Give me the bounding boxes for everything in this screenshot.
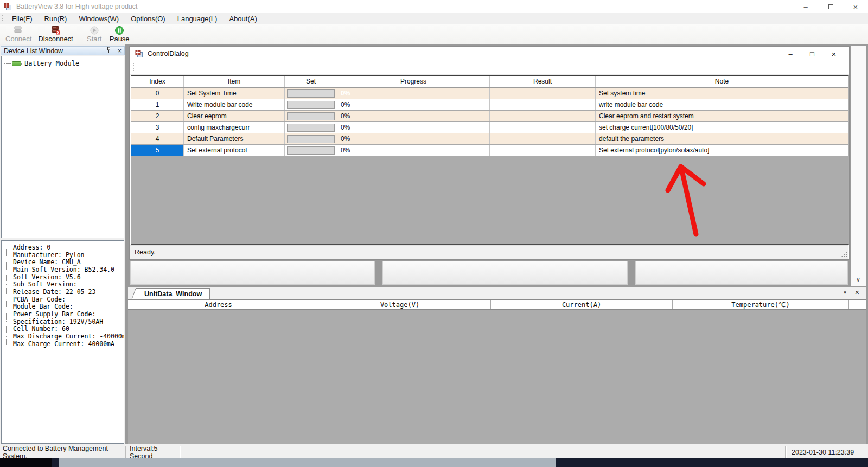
cell-item[interactable]: Set System Time	[184, 88, 285, 99]
menu-item[interactable]: Options(O)	[125, 14, 171, 24]
set-input-box[interactable]	[287, 135, 335, 143]
cell-item[interactable]: Set external protocol	[184, 145, 285, 156]
control-table: Index Item Set Progress Result Note	[131, 75, 849, 245]
taskbar-left-segment	[0, 458, 52, 467]
column-header[interactable]: Item	[184, 76, 285, 87]
table-row: 0 Set System Time 0% Set system time	[131, 88, 848, 99]
cell-result[interactable]	[490, 122, 596, 133]
cell-note[interactable]: default the parameters	[596, 133, 848, 144]
cell-progress[interactable]: 0%	[337, 122, 490, 133]
cell-index[interactable]: 0	[131, 88, 184, 99]
menu-item[interactable]: File(F)	[6, 14, 39, 24]
dropdown-icon[interactable]: ▾	[844, 290, 846, 295]
start-button[interactable]: Start	[82, 25, 106, 43]
cell-note[interactable]: Set system time	[596, 88, 848, 99]
device-info-text: Address: 0	[13, 244, 50, 251]
column-header[interactable]: Note	[596, 76, 848, 87]
column-header[interactable]: Progress	[337, 76, 490, 87]
cell-set[interactable]	[285, 88, 337, 99]
device-list-close-icon[interactable]: ×	[117, 48, 122, 54]
device-info-item: PCBA Bar Code:	[2, 296, 124, 303]
control-table-header: Index Item Set Progress Result Note	[131, 76, 848, 88]
device-info-item: Cell Number: 60	[2, 325, 124, 333]
unitdata-close-icon[interactable]: ×	[855, 289, 859, 296]
pin-icon[interactable]	[106, 47, 112, 55]
device-info-text: Max Charge Current: 40000mA	[13, 340, 114, 348]
tree-connector	[6, 299, 11, 299]
timestamp-text: 2023-01-30 11:23:39	[792, 449, 854, 456]
column-header[interactable]: Index	[131, 76, 184, 87]
pause-button[interactable]: Pause	[106, 25, 133, 43]
cell-set[interactable]	[285, 145, 337, 156]
toolstrip-grip	[133, 63, 134, 72]
cell-note[interactable]: Clear eeprom and restart system	[596, 111, 848, 121]
cell-progress[interactable]: 0%	[337, 88, 490, 99]
menu-item[interactable]: About(A)	[223, 14, 263, 24]
set-input-box[interactable]	[287, 112, 335, 120]
cell-result[interactable]	[490, 133, 596, 144]
minimize-button[interactable]: –	[793, 0, 818, 13]
column-header[interactable]: Result	[490, 76, 596, 87]
column-header[interactable]: Voltage(V)	[309, 300, 491, 309]
menu-item[interactable]: Language(L)	[171, 14, 224, 24]
set-input-box[interactable]	[287, 89, 335, 98]
cell-item[interactable]: Write module bar code	[184, 99, 285, 110]
device-info-text: Soft Version: V5.6	[13, 273, 81, 281]
tree-item-battery-module[interactable]: Battery Module	[4, 60, 124, 67]
cell-progress[interactable]: 0%	[337, 111, 490, 121]
tree-connector	[6, 291, 11, 292]
set-input-box[interactable]	[287, 146, 335, 155]
connect-button[interactable]: Connect	[2, 25, 35, 43]
cell-result[interactable]	[490, 145, 596, 156]
cell-result[interactable]	[490, 111, 596, 121]
column-header[interactable]: Current(A)	[491, 300, 673, 309]
scroll-down-button[interactable]: ∨	[852, 274, 864, 284]
column-header[interactable]: Set	[285, 76, 337, 87]
cell-progress[interactable]: 0%	[337, 133, 490, 144]
dialog-close-button[interactable]: ×	[823, 49, 845, 59]
column-header[interactable]: Address	[128, 300, 309, 309]
window-title: BatteryView 3.8 for High voltage product	[16, 3, 138, 10]
tab-unitdata-window[interactable]: UnitData_Window	[136, 288, 210, 299]
dialog-minimize-button[interactable]: –	[780, 50, 801, 58]
set-input-box[interactable]	[287, 124, 335, 132]
device-info-item: Max Discharge Current: -40000mA	[2, 332, 124, 340]
device-info-item: Release Date: 22-05-23	[2, 288, 124, 296]
cell-note[interactable]: set charge current[100/80/50/20]	[596, 122, 848, 133]
cell-set[interactable]	[285, 122, 337, 133]
device-info-text: Main Soft Version: B52.34.0	[13, 266, 114, 273]
cell-item[interactable]: config maxchargecurr	[184, 122, 285, 133]
cell-progress[interactable]: 0%	[337, 145, 490, 156]
cell-result[interactable]	[490, 99, 596, 110]
menu-item[interactable]: Windows(W)	[73, 14, 125, 24]
close-button[interactable]: ×	[843, 0, 868, 13]
window-controls: – ×	[793, 0, 868, 13]
cell-set[interactable]	[285, 111, 337, 121]
background-panel	[130, 261, 375, 285]
dialog-maximize-button[interactable]: □	[801, 50, 823, 58]
disconnect-button[interactable]: Disconnect	[35, 25, 76, 43]
tree-connector	[6, 262, 11, 263]
cell-result[interactable]	[490, 88, 596, 99]
cell-note[interactable]: write module bar code	[596, 99, 848, 110]
cell-progress[interactable]: 0%	[337, 99, 490, 110]
cell-index[interactable]: 3	[131, 122, 184, 133]
control-dialog-toolstrip	[130, 61, 849, 75]
cell-item[interactable]: Default Parameters	[184, 133, 285, 144]
restore-button[interactable]	[818, 0, 843, 13]
background-panel	[382, 261, 628, 285]
cell-set[interactable]	[285, 99, 337, 110]
set-input-box[interactable]	[287, 101, 335, 109]
cell-index[interactable]: 2	[131, 111, 184, 121]
column-header[interactable]: Temperature(℃)	[673, 300, 849, 309]
cell-note[interactable]: Set external protocol[pylon/solax/auto]	[596, 145, 848, 156]
window-titlebar: BatteryView 3.8 for High voltage product…	[0, 0, 868, 13]
resize-grip-icon[interactable]	[841, 251, 847, 257]
cell-set[interactable]	[285, 133, 337, 144]
cell-index[interactable]: 1	[131, 99, 184, 110]
device-list-panel: Device List Window × B	[0, 44, 125, 444]
cell-index[interactable]: 4	[131, 133, 184, 144]
cell-index[interactable]: 5	[131, 145, 184, 156]
menu-item[interactable]: Run(R)	[39, 14, 73, 24]
cell-item[interactable]: Clear eeprom	[184, 111, 285, 121]
